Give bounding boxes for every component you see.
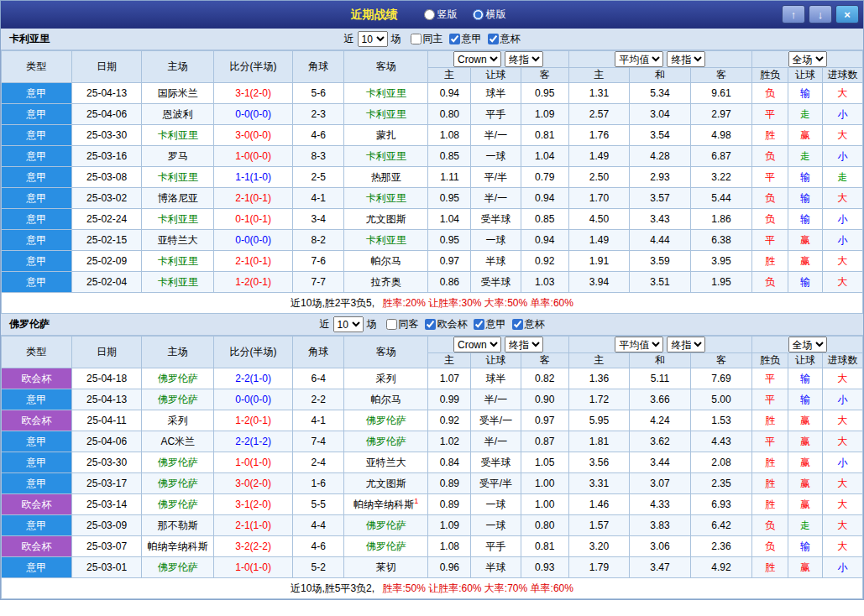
bookmaker-index-select[interactable]: 终指 xyxy=(505,337,543,352)
home-team: 卡利亚里 xyxy=(142,272,214,293)
result-win-draw-loss: 胜 xyxy=(752,125,788,146)
handicap-home-odds: 0.89 xyxy=(428,494,471,515)
scope-select[interactable]: 全场 xyxy=(788,51,827,67)
checkbox-input[interactable] xyxy=(386,319,397,330)
layout-radio-horizontal[interactable]: 横版 xyxy=(473,8,506,22)
handicap-away-odds: 0.92 xyxy=(521,251,568,272)
euro-away-odds: 1.95 xyxy=(690,272,752,293)
corners: 4-1 xyxy=(293,188,344,209)
section-header: 佛罗伦萨 近 10 场 同客欧会杯意甲意杯 xyxy=(1,314,863,336)
home-team: 卡利亚里 xyxy=(142,167,214,188)
corners: 7-6 xyxy=(293,251,344,272)
euro-home-odds: 1.31 xyxy=(568,83,629,104)
away-team: 帕纳辛纳科斯1 xyxy=(344,494,428,515)
handicap-away-odds: 1.00 xyxy=(521,473,568,494)
layout-radio-vertical[interactable]: 竖版 xyxy=(424,8,458,22)
scope-select[interactable]: 全场 xyxy=(788,337,827,352)
filter-checkbox[interactable]: 意杯 xyxy=(488,32,521,46)
bookmaker-select[interactable]: Crown xyxy=(453,51,501,67)
result-handicap: 赢 xyxy=(788,251,823,272)
euro-draw-odds: 3.62 xyxy=(630,431,690,452)
average-select[interactable]: 平均值 xyxy=(615,51,663,67)
away-team: 佛罗伦萨 xyxy=(344,410,428,431)
checkbox-input[interactable] xyxy=(425,319,436,330)
result-goals-total: 大 xyxy=(822,431,862,452)
handicap-line: 半球 xyxy=(471,557,521,578)
corners: 4-6 xyxy=(293,536,344,557)
checkbox-input[interactable] xyxy=(449,34,460,44)
horizontal-layout-radio[interactable] xyxy=(473,9,484,20)
handicap-line: 一球 xyxy=(471,494,521,515)
score-halftime: 1-0(1-0) xyxy=(214,557,293,578)
handicap-away-odds: 0.95 xyxy=(521,83,568,104)
summary-record: 近10场,胜2平3负5, xyxy=(291,297,374,309)
result-goals-total: 大 xyxy=(822,251,862,272)
checkbox-input[interactable] xyxy=(488,34,499,44)
result-goals-total: 小 xyxy=(822,230,862,251)
filter-checkbox[interactable]: 意甲 xyxy=(449,32,482,46)
result-handicap: 输 xyxy=(788,272,823,293)
euro-home-odds: 1.36 xyxy=(568,368,629,389)
bookmaker-select[interactable]: Crown xyxy=(453,337,501,352)
euro-home-odds: 2.50 xyxy=(568,167,629,188)
vertical-layout-radio[interactable] xyxy=(424,9,435,20)
recent-results-panel: 近期战绩 竖版 横版 ↑ ↓ × 卡利亚里 近 10 场 同主意甲意杯 xyxy=(0,0,864,600)
corners: 7-7 xyxy=(293,272,344,293)
filter-checkbox[interactable]: 欧会杯 xyxy=(425,317,468,331)
average-index-select[interactable]: 终指 xyxy=(667,51,705,67)
result-handicap: 赢 xyxy=(788,452,823,473)
average-select[interactable]: 平均值 xyxy=(615,337,663,352)
corners: 4-6 xyxy=(293,125,344,146)
result-win-draw-loss: 负 xyxy=(752,536,788,557)
average-index-select[interactable]: 终指 xyxy=(667,337,705,352)
filter-checkbox[interactable]: 意甲 xyxy=(474,317,506,331)
summary-rates: 胜率:20% 让胜率:30% 大率:50% 单率:60% xyxy=(382,297,573,309)
handicap-line: 受平/半 xyxy=(471,473,521,494)
handicap-line: 平手 xyxy=(471,536,521,557)
checkbox-label: 意杯 xyxy=(500,32,521,46)
checkbox-input[interactable] xyxy=(474,319,484,330)
result-win-draw-loss: 胜 xyxy=(752,410,788,431)
match-count-select[interactable]: 10 xyxy=(358,31,388,47)
bookmaker-index-select[interactable]: 终指 xyxy=(505,51,543,67)
score-halftime: 3-1(2-0) xyxy=(214,494,293,515)
euro-home-odds: 2.57 xyxy=(568,104,629,125)
move-up-button[interactable]: ↑ xyxy=(782,5,805,23)
close-button[interactable]: × xyxy=(835,5,859,23)
filter-checkbox[interactable]: 意杯 xyxy=(512,317,545,331)
col-header-date: 日期 xyxy=(71,51,142,83)
euro-away-odds: 1.53 xyxy=(690,410,752,431)
home-team: 亚特兰大 xyxy=(142,230,214,251)
euro-away-odds: 5.44 xyxy=(690,188,752,209)
titlebar-buttons: ↑ ↓ × xyxy=(782,5,859,23)
checkbox-label: 欧会杯 xyxy=(437,317,468,331)
score-halftime: 1-0(1-0) xyxy=(214,452,293,473)
handicap-away-odds: 1.00 xyxy=(521,494,568,515)
filter-checkbox[interactable]: 同主 xyxy=(411,32,443,46)
move-down-button[interactable]: ↓ xyxy=(809,5,832,23)
euro-draw-odds: 3.54 xyxy=(630,125,690,146)
corners: 5-6 xyxy=(293,83,344,104)
home-team: 恩波利 xyxy=(142,104,214,125)
euro-draw-odds: 3.07 xyxy=(630,473,690,494)
result-handicap: 赢 xyxy=(788,473,823,494)
checkbox-input[interactable] xyxy=(512,319,523,330)
average-odds-header: 平均值终指 xyxy=(568,51,751,68)
home-team: 国际米兰 xyxy=(142,83,214,104)
match-date: 25-04-13 xyxy=(71,389,142,410)
col-header-eu-away: 客 xyxy=(690,353,752,368)
filter-checkbox[interactable]: 同客 xyxy=(386,317,419,331)
euro-draw-odds: 4.44 xyxy=(630,230,690,251)
match-date: 25-03-01 xyxy=(71,557,142,578)
match-row: 欧会杯25-03-07帕纳辛纳科斯3-2(2-2)4-6佛罗伦萨1.08平手0.… xyxy=(2,536,863,557)
euro-home-odds: 1.81 xyxy=(568,431,629,452)
match-count-select[interactable]: 10 xyxy=(333,316,364,332)
home-team: 卡利亚里 xyxy=(142,209,214,230)
euro-away-odds: 3.95 xyxy=(690,251,752,272)
checkbox-input[interactable] xyxy=(411,34,422,44)
euro-home-odds: 1.49 xyxy=(568,230,629,251)
competition-badge: 意甲 xyxy=(2,146,72,167)
corners: 6-4 xyxy=(293,368,344,389)
handicap-home-odds: 1.07 xyxy=(428,368,471,389)
result-win-draw-loss: 胜 xyxy=(752,251,788,272)
